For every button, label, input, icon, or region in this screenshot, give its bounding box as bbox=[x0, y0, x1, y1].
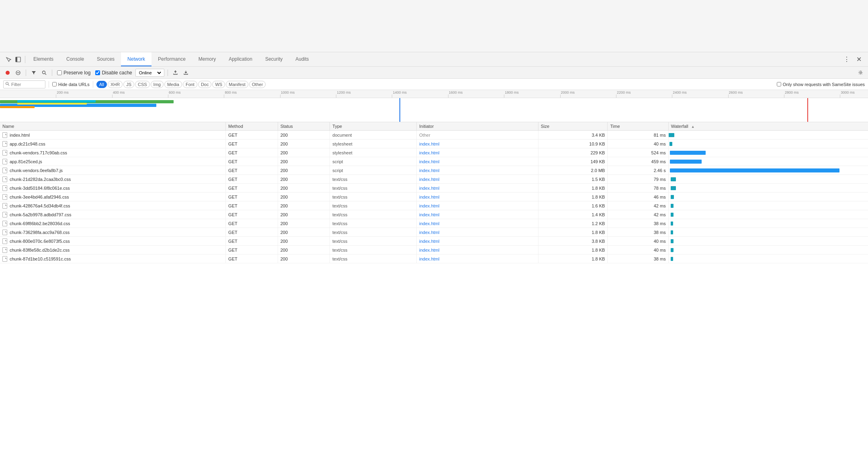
table-row[interactable]: chunk-87d1be10.c519591c.cssGET200text/cs… bbox=[0, 254, 868, 263]
filter-button[interactable] bbox=[29, 68, 38, 77]
table-row[interactable]: chunk-83f8e58c.d2b1de2c.cssGET200text/cs… bbox=[0, 246, 868, 254]
cell-initiator[interactable]: index.html bbox=[417, 246, 538, 254]
cell-initiator[interactable]: index.html bbox=[417, 184, 538, 193]
cell-name[interactable]: chunk-21d282da.2caa3bc0.css bbox=[0, 175, 226, 184]
initiator-link[interactable]: index.html bbox=[419, 230, 439, 235]
cell-name[interactable]: chunk-69f86bb2.be28036d.css bbox=[0, 219, 226, 228]
table-row[interactable]: index.htmlGET200documentOther3.4 KB81 ms bbox=[0, 131, 868, 140]
col-header-name[interactable]: Name bbox=[0, 122, 226, 131]
col-header-initiator[interactable]: Initiator bbox=[417, 122, 538, 131]
table-row[interactable]: chunk-69f86bb2.be28036d.cssGET200text/cs… bbox=[0, 219, 868, 228]
cell-name[interactable]: app.dc21c948.css bbox=[0, 140, 226, 148]
cell-name[interactable]: chunk-736298fa.acc9a768.css bbox=[0, 228, 226, 237]
cell-name[interactable]: index.html bbox=[0, 131, 226, 140]
table-row[interactable]: chunk-736298fa.acc9a768.cssGET200text/cs… bbox=[0, 228, 868, 237]
initiator-link[interactable]: index.html bbox=[419, 248, 439, 252]
initiator-link[interactable]: index.html bbox=[419, 221, 439, 226]
filter-other-button[interactable]: Other bbox=[249, 81, 266, 88]
tab-security[interactable]: Security bbox=[259, 52, 289, 66]
cell-initiator[interactable]: index.html bbox=[417, 201, 538, 210]
cell-name[interactable]: chunk-3ee4bd46.afaf2946.css bbox=[0, 193, 226, 201]
throttle-select[interactable]: Online Fast 3G Slow 3G Offline bbox=[137, 70, 162, 76]
preserve-log-checkbox[interactable] bbox=[57, 70, 62, 75]
cell-name[interactable]: chunk-428676a4.5d34db4f.css bbox=[0, 201, 226, 210]
more-tabs-button[interactable]: ⋮ bbox=[842, 55, 851, 64]
tab-elements[interactable]: Elements bbox=[27, 52, 60, 66]
filter-input[interactable] bbox=[11, 82, 43, 87]
samesite-checkbox-label[interactable]: Only show requests with SameSite issues bbox=[777, 82, 865, 87]
filter-media-button[interactable]: Media bbox=[164, 81, 182, 88]
timeline-graph[interactable] bbox=[0, 98, 868, 122]
cell-initiator[interactable]: index.html bbox=[417, 175, 538, 184]
cell-name[interactable]: chunk-5a2b9978.adbdd797.css bbox=[0, 210, 226, 219]
cell-name[interactable]: chunk-800e070c.6e8073f5.css bbox=[0, 237, 226, 246]
filter-img-button[interactable]: Img bbox=[151, 81, 164, 88]
table-row[interactable]: chunk-3dd50184.6f8c061e.cssGET200text/cs… bbox=[0, 184, 868, 193]
stop-button[interactable] bbox=[14, 68, 23, 77]
network-settings-button[interactable] bbox=[856, 68, 865, 77]
tab-performance[interactable]: Performance bbox=[151, 52, 192, 66]
export-har-button[interactable] bbox=[182, 68, 190, 77]
filter-ws-button[interactable]: WS bbox=[212, 81, 225, 88]
search-button[interactable] bbox=[40, 68, 49, 77]
table-row[interactable]: chunk-vendors.717c90ab.cssGET200styleshe… bbox=[0, 148, 868, 157]
hide-data-urls-label[interactable]: Hide data URLs bbox=[52, 82, 90, 87]
cell-initiator[interactable]: index.html bbox=[417, 140, 538, 148]
filter-doc-button[interactable]: Doc bbox=[198, 81, 212, 88]
initiator-link[interactable]: index.html bbox=[419, 150, 439, 155]
initiator-link[interactable]: index.html bbox=[419, 186, 439, 191]
initiator-link[interactable]: index.html bbox=[419, 195, 439, 199]
table-row[interactable]: chunk-800e070c.6e8073f5.cssGET200text/cs… bbox=[0, 237, 868, 246]
hide-data-urls-checkbox[interactable] bbox=[52, 82, 57, 86]
filter-manifest-button[interactable]: Manifest bbox=[226, 81, 248, 88]
dock-icon[interactable] bbox=[14, 56, 22, 63]
cell-initiator[interactable]: index.html bbox=[417, 193, 538, 201]
tab-application[interactable]: Application bbox=[222, 52, 259, 66]
initiator-link[interactable]: index.html bbox=[419, 212, 439, 217]
initiator-link[interactable]: index.html bbox=[419, 168, 439, 173]
tab-audits[interactable]: Audits bbox=[289, 52, 315, 66]
col-header-status[interactable]: Status bbox=[278, 122, 330, 131]
tab-network[interactable]: Network bbox=[121, 52, 151, 66]
initiator-link[interactable]: index.html bbox=[419, 177, 439, 182]
cell-initiator[interactable]: index.html bbox=[417, 157, 538, 166]
filter-xhr-button[interactable]: XHR bbox=[108, 81, 123, 88]
initiator-link[interactable]: index.html bbox=[419, 203, 439, 208]
cell-name[interactable]: chunk-83f8e58c.d2b1de2c.css bbox=[0, 246, 226, 254]
throttle-select-wrap[interactable]: Online Fast 3G Slow 3G Offline bbox=[135, 69, 164, 77]
tab-memory[interactable]: Memory bbox=[192, 52, 222, 66]
tab-sources[interactable]: Sources bbox=[90, 52, 121, 66]
preserve-log-checkbox-label[interactable]: Preserve log bbox=[55, 70, 92, 76]
cursor-icon[interactable] bbox=[5, 56, 12, 63]
filter-css-button[interactable]: CSS bbox=[135, 81, 150, 88]
table-row[interactable]: chunk-3ee4bd46.afaf2946.cssGET200text/cs… bbox=[0, 193, 868, 201]
table-row[interactable]: app.dc21c948.cssGET200stylesheetindex.ht… bbox=[0, 140, 868, 148]
cell-initiator[interactable]: index.html bbox=[417, 237, 538, 246]
filter-font-button[interactable]: Font bbox=[183, 81, 197, 88]
import-har-button[interactable] bbox=[171, 68, 180, 77]
table-row[interactable]: app.81e25ced.jsGET200scriptindex.html149… bbox=[0, 157, 868, 166]
initiator-link[interactable]: index.html bbox=[419, 142, 439, 146]
cell-initiator[interactable]: index.html bbox=[417, 148, 538, 157]
cell-name[interactable]: chunk-vendors.0eefa8b7.js bbox=[0, 166, 226, 175]
close-devtools-button[interactable]: ✕ bbox=[854, 55, 863, 64]
disable-cache-checkbox-label[interactable]: Disable cache bbox=[94, 70, 133, 76]
col-header-method[interactable]: Method bbox=[226, 122, 278, 131]
filter-all-button[interactable]: All bbox=[96, 81, 107, 88]
col-header-size[interactable]: Size bbox=[538, 122, 608, 131]
initiator-link[interactable]: index.html bbox=[419, 256, 439, 261]
filter-js-button[interactable]: JS bbox=[123, 81, 134, 88]
col-header-type[interactable]: Type bbox=[330, 122, 417, 131]
table-row[interactable]: chunk-428676a4.5d34db4f.cssGET200text/cs… bbox=[0, 201, 868, 210]
initiator-link[interactable]: index.html bbox=[419, 159, 439, 164]
table-row[interactable]: chunk-5a2b9978.adbdd797.cssGET200text/cs… bbox=[0, 210, 868, 219]
cell-name[interactable]: chunk-87d1be10.c519591c.css bbox=[0, 254, 226, 263]
col-header-waterfall[interactable]: Waterfall ▲ bbox=[668, 122, 868, 131]
cell-initiator[interactable]: index.html bbox=[417, 254, 538, 263]
record-button[interactable] bbox=[3, 68, 12, 77]
cell-initiator[interactable]: index.html bbox=[417, 219, 538, 228]
table-row[interactable]: chunk-vendors.0eefa8b7.jsGET200scriptind… bbox=[0, 166, 868, 175]
cell-name[interactable]: chunk-vendors.717c90ab.css bbox=[0, 148, 226, 157]
samesite-checkbox[interactable] bbox=[777, 82, 781, 86]
tab-console[interactable]: Console bbox=[60, 52, 90, 66]
